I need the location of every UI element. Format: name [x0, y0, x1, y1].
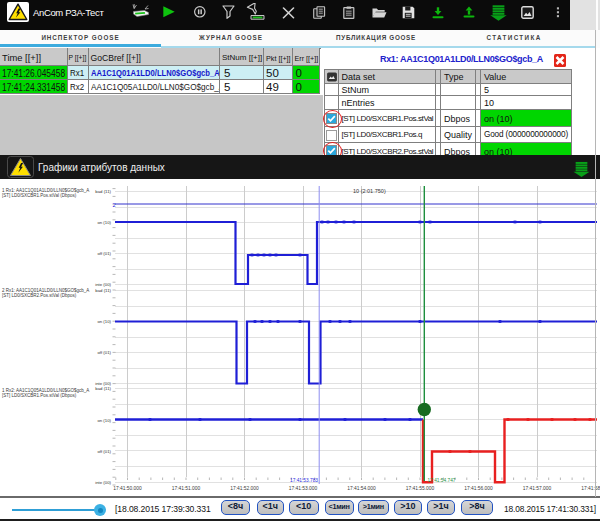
svg-text:on (10): on (10)	[97, 220, 111, 225]
svg-text:17:41:54.000: 17:41:54.000	[347, 486, 376, 491]
svg-text:bad (11): bad (11)	[95, 189, 111, 194]
svg-text:17:41:52.000: 17:41:52.000	[230, 486, 259, 491]
svg-text:10 (2:01.750): 10 (2:01.750)	[353, 188, 386, 194]
svg-text:17:41:57.000: 17:41:57.000	[523, 486, 552, 491]
svg-text:off (01): off (01)	[97, 350, 111, 355]
svg-text:17:41:55.000: 17:41:55.000	[406, 486, 435, 491]
svg-text:[ST] LD0/SXCBR1.Pos.stVal (Dbp: [ST] LD0/SXCBR1.Pos.stVal (Dbpos)	[2, 193, 77, 198]
svg-text:17:41:56.000: 17:41:56.000	[464, 486, 493, 491]
svg-text:[ST] LD0/SXCBR1.Pos.stVal (Dbp: [ST] LD0/SXCBR1.Pos.stVal (Dbpos)	[2, 393, 77, 398]
svg-text:bad (11): bad (11)	[95, 288, 111, 293]
svg-text:off (01): off (01)	[97, 449, 111, 454]
svg-text:inte (00): inte (00)	[95, 480, 111, 485]
svg-text:inte (00): inte (00)	[95, 282, 111, 287]
svg-text:17:41:53.000: 17:41:53.000	[289, 486, 318, 491]
svg-text:on (10): on (10)	[97, 418, 111, 423]
svg-text:17:41:50.000: 17:41:50.000	[113, 486, 142, 491]
svg-text:17:41:53.783: 17:41:53.783	[290, 478, 318, 483]
svg-text:17:41:51.000: 17:41:51.000	[172, 486, 201, 491]
svg-text:bad (11): bad (11)	[95, 386, 111, 391]
svg-text:off (01): off (01)	[97, 251, 111, 256]
svg-text:17:41:58.000: 17:41:58.000	[581, 486, 600, 491]
svg-text:[ST] LD0/SXCBR2.Pos.stVal (Dbp: [ST] LD0/SXCBR2.Pos.stVal (Dbpos)	[2, 293, 77, 298]
svg-text:17:41:54.747: 17:41:54.747	[428, 478, 456, 483]
svg-text:2: 2	[113, 202, 116, 208]
svg-text:on (10): on (10)	[97, 319, 111, 324]
